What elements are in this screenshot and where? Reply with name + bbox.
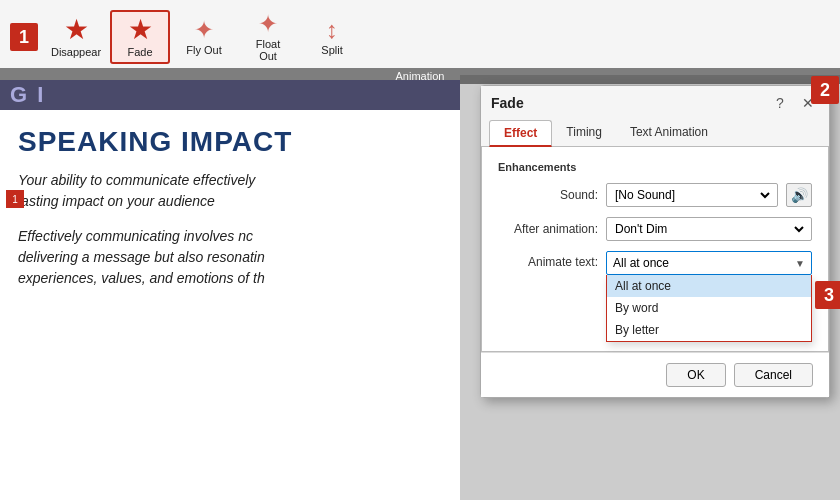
step1-badge: 1 xyxy=(10,23,38,51)
fade-dialog: 2 3 Fade ? ✕ Effect Timing Text Animatio… xyxy=(480,85,830,398)
fade-icon: ★ xyxy=(128,16,153,44)
slide-para1: Your ability to communicate effectivelyl… xyxy=(18,170,442,212)
ribbon-item-flyout[interactable]: ✦ Fly Out xyxy=(174,12,234,62)
dropdown-option-all-at-once[interactable]: All at once xyxy=(607,275,811,297)
sound-select[interactable]: [No Sound] xyxy=(606,183,778,207)
tab-effect[interactable]: Effect xyxy=(489,120,552,147)
dialog-body: Enhancements Sound: [No Sound] 🔊 After a… xyxy=(481,147,829,352)
ribbon-item-disappear-label: Disappear xyxy=(51,46,101,58)
ribbon-item-disappear[interactable]: ★ Disappear xyxy=(46,10,106,64)
slide-content: SPEAKING IMPACT Your ability to communic… xyxy=(0,110,460,319)
tab-text-animation[interactable]: Text Animation xyxy=(616,120,722,147)
help-button[interactable]: ? xyxy=(769,92,791,114)
ribbon-item-fade-label: Fade xyxy=(127,46,152,58)
dialog-tabs: Effect Timing Text Animation xyxy=(481,120,829,147)
dialog-footer: OK Cancel xyxy=(481,352,829,397)
slide-para2: Effectively communicating involves ncdel… xyxy=(18,226,442,289)
flyout-icon: ✦ xyxy=(194,18,214,42)
slide-header-bar: G I xyxy=(0,80,460,110)
ribbon-item-fade[interactable]: ★ Fade xyxy=(110,10,170,64)
step2-badge: 2 xyxy=(811,76,839,104)
slide-header-text: G I xyxy=(10,82,45,108)
section-enhancements-label: Enhancements xyxy=(498,161,812,173)
animate-text-dropdown-header[interactable]: All at once ▼ xyxy=(606,251,812,275)
ribbon-items: 1 ★ Disappear ★ Fade ✦ Fly Out ✦ Float O… xyxy=(0,0,840,68)
dropdown-option-by-word[interactable]: By word xyxy=(607,297,811,319)
sound-select-input[interactable]: [No Sound] xyxy=(611,184,773,206)
floatout-icon: ✦ xyxy=(258,12,278,36)
ribbon-item-flyout-label: Fly Out xyxy=(186,44,221,56)
ribbon-item-split-label: Split xyxy=(321,44,342,56)
after-animation-select[interactable]: Don't Dim xyxy=(606,217,812,241)
animate-text-current-value: All at once xyxy=(613,256,669,270)
dialog-overlay: 2 3 Fade ? ✕ Effect Timing Text Animatio… xyxy=(460,75,840,500)
ribbon-item-floatout-label: Float Out xyxy=(246,38,290,62)
dialog-title: Fade xyxy=(491,95,524,111)
animate-text-label: Animate text: xyxy=(498,255,598,269)
ribbon-item-floatout[interactable]: ✦ Float Out xyxy=(238,6,298,68)
after-animation-row: After animation: Don't Dim xyxy=(498,217,812,241)
cancel-button[interactable]: Cancel xyxy=(734,363,813,387)
ok-button[interactable]: OK xyxy=(666,363,725,387)
dropdown-option-by-letter[interactable]: By letter xyxy=(607,319,811,341)
dialog-titlebar: Fade ? ✕ xyxy=(481,86,829,120)
ribbon: 1 ★ Disappear ★ Fade ✦ Fly Out ✦ Float O… xyxy=(0,0,840,80)
sound-label: Sound: xyxy=(498,188,598,202)
split-icon: ↕ xyxy=(326,18,338,42)
slide-area: G I 1 SPEAKING IMPACT Your ability to co… xyxy=(0,80,460,500)
after-animation-label: After animation: xyxy=(498,222,598,236)
step3-badge: 3 xyxy=(815,281,840,309)
ribbon-item-split[interactable]: ↕ Split xyxy=(302,12,362,62)
sound-row: Sound: [No Sound] 🔊 xyxy=(498,183,812,207)
animate-text-dropdown-container: All at once ▼ All at once By word By let… xyxy=(606,251,812,275)
animate-text-dropdown-list: All at once By word By letter xyxy=(606,275,812,342)
slide-number: 1 xyxy=(6,190,24,208)
chevron-down-icon: ▼ xyxy=(795,258,805,269)
after-animation-select-input[interactable]: Don't Dim xyxy=(611,218,807,240)
animate-text-row: Animate text: All at once ▼ All at once … xyxy=(498,251,812,275)
sound-preview-button[interactable]: 🔊 xyxy=(786,183,812,207)
tab-timing[interactable]: Timing xyxy=(552,120,616,147)
disappear-icon: ★ xyxy=(64,16,89,44)
slide-heading: SPEAKING IMPACT xyxy=(18,126,442,158)
